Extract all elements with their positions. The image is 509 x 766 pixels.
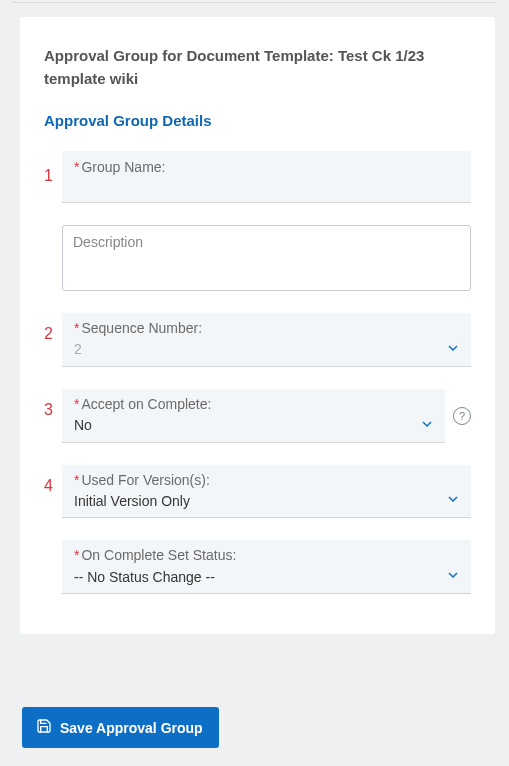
section-title: Approval Group Details [44, 112, 471, 129]
sequence-label-text: Sequence Number: [81, 320, 202, 336]
used-for-field[interactable]: *Used For Version(s): Initial Version On… [62, 465, 471, 519]
save-button-label: Save Approval Group [60, 720, 203, 736]
used-for-value: Initial Version Only [74, 492, 459, 512]
row-group-name: 1 *Group Name: [44, 151, 471, 203]
save-icon [36, 718, 52, 737]
step-marker-4: 4 [44, 477, 62, 495]
description-placeholder: Description [73, 234, 143, 250]
on-complete-label-text: On Complete Set Status: [81, 547, 236, 563]
step-marker-1: 1 [44, 167, 62, 185]
page-title: Approval Group for Document Template: Te… [44, 45, 471, 90]
chevron-down-icon [445, 567, 461, 583]
required-marker: * [74, 320, 79, 336]
accept-field[interactable]: *Accept on Complete: No [62, 389, 445, 443]
chevron-down-icon [445, 491, 461, 507]
chevron-down-icon [445, 340, 461, 356]
required-marker: * [74, 159, 79, 175]
form-card: Approval Group for Document Template: Te… [20, 17, 495, 634]
used-for-label-text: Used For Version(s): [81, 472, 209, 488]
chevron-down-icon [419, 416, 435, 432]
step-marker-2: 2 [44, 325, 62, 343]
save-approval-group-button[interactable]: Save Approval Group [22, 707, 219, 748]
sequence-label: *Sequence Number: [74, 319, 459, 337]
on-complete-label: *On Complete Set Status: [74, 546, 459, 564]
row-accept: 3 *Accept on Complete: No ? [44, 389, 471, 443]
sequence-field[interactable]: *Sequence Number: 2 [62, 313, 471, 367]
step-marker-3: 3 [44, 401, 62, 419]
group-name-label-text: Group Name: [81, 159, 165, 175]
on-complete-value: -- No Status Change -- [74, 568, 459, 588]
row-sequence: 2 *Sequence Number: 2 [44, 313, 471, 367]
group-name-field[interactable]: *Group Name: [62, 151, 471, 203]
sequence-value: 2 [74, 340, 459, 360]
help-icon[interactable]: ? [453, 407, 471, 425]
accept-value: No [74, 416, 433, 436]
divider [12, 2, 497, 3]
required-marker: * [74, 472, 79, 488]
group-name-label: *Group Name: [74, 158, 461, 176]
on-complete-field[interactable]: *On Complete Set Status: -- No Status Ch… [62, 540, 471, 594]
required-marker: * [74, 547, 79, 563]
accept-label: *Accept on Complete: [74, 395, 433, 413]
description-field[interactable]: Description [62, 225, 471, 291]
row-on-complete: *On Complete Set Status: -- No Status Ch… [44, 540, 471, 594]
scrollbar[interactable] [503, 0, 509, 766]
row-used-for: 4 *Used For Version(s): Initial Version … [44, 465, 471, 519]
row-description: Description [44, 225, 471, 291]
used-for-label: *Used For Version(s): [74, 471, 459, 489]
accept-label-text: Accept on Complete: [81, 396, 211, 412]
required-marker: * [74, 396, 79, 412]
